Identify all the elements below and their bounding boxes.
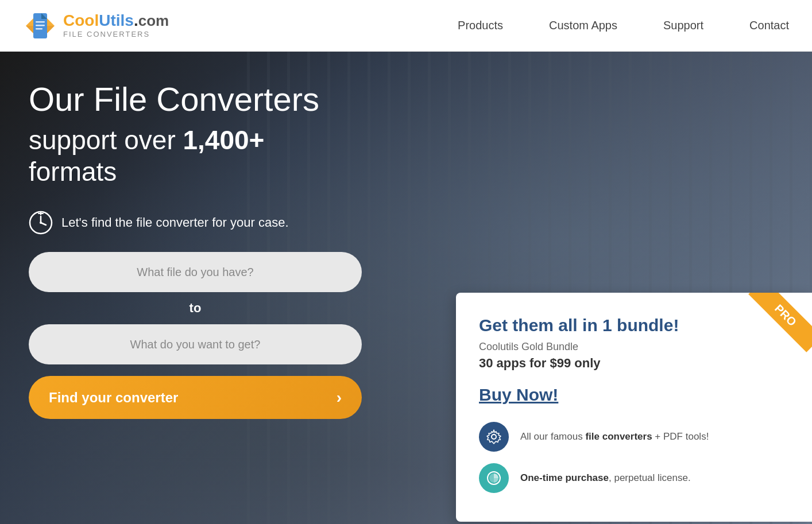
logo-area[interactable]: CoolUtils.com file converters <box>23 9 169 43</box>
logo-subtitle: file converters <box>63 30 169 38</box>
feature-1-post: + PDF tools! <box>652 431 709 442</box>
to-label: to <box>190 292 202 324</box>
hero-content: Our File Converters support over 1,400+ … <box>0 52 436 419</box>
search-area: to Find your converter › <box>29 252 362 419</box>
svg-rect-6 <box>36 21 45 23</box>
tagline-text: Let's find the file converter for your c… <box>61 215 289 230</box>
find-btn-label: Find your converter <box>49 390 178 406</box>
hero-title: Our File Converters <box>29 80 408 119</box>
header: CoolUtils.com file converters Products C… <box>0 0 812 52</box>
svg-marker-1 <box>26 26 34 34</box>
find-btn-arrow-icon: › <box>337 389 342 407</box>
buy-now-link[interactable]: Buy Now! <box>479 385 789 405</box>
nav-products[interactable]: Products <box>458 19 503 32</box>
feature-2-post: , perpetual license. <box>609 472 691 483</box>
svg-rect-8 <box>36 28 42 30</box>
main-nav: Products Custom Apps Support Contact <box>458 19 789 32</box>
hero-subtitle: support over 1,400+ formats <box>29 125 408 188</box>
file-input[interactable] <box>29 252 362 292</box>
feature-2-text: One-time purchase, perpetual license. <box>520 472 691 484</box>
logo-icon <box>23 9 57 43</box>
hero-count: 1,400+ <box>183 125 264 155</box>
svg-marker-3 <box>46 26 55 34</box>
nav-support[interactable]: Support <box>663 19 703 32</box>
logo-name: CoolUtils.com <box>63 13 169 29</box>
pro-badge <box>743 293 812 362</box>
bundle-title: Get them all in 1 bundle! <box>479 316 789 335</box>
bundle-feature-1: All our famous file converters + PDF too… <box>479 422 789 452</box>
hero-section: Our File Converters support over 1,400+ … <box>0 52 812 524</box>
svg-point-12 <box>40 222 42 224</box>
chart-icon-circle <box>479 463 509 493</box>
feature-2-bold: One-time purchase <box>520 472 609 483</box>
svg-point-15 <box>492 434 496 439</box>
svg-rect-7 <box>36 25 45 26</box>
logo-text: CoolUtils.com file converters <box>63 13 169 38</box>
feature-1-bold: file converters <box>585 431 652 442</box>
output-input[interactable] <box>29 324 362 364</box>
feature-1-text: All our famous file converters + PDF too… <box>520 431 709 443</box>
hero-subtitle-pre: support over <box>29 125 183 155</box>
clock-icon <box>29 211 53 235</box>
hero-subtitle-post: formats <box>29 157 117 187</box>
bundle-subtitle: Coolutils Gold Bundle <box>479 341 789 353</box>
bundle-feature-2: One-time purchase, perpetual license. <box>479 463 789 493</box>
feature-1-pre: All our famous <box>520 431 585 442</box>
svg-marker-0 <box>26 17 34 26</box>
find-converter-button[interactable]: Find your converter › <box>29 376 362 419</box>
svg-marker-2 <box>46 17 55 26</box>
gear-icon-circle <box>479 422 509 452</box>
bundle-price: 30 apps for $99 only <box>479 356 789 371</box>
nav-contact[interactable]: Contact <box>749 19 789 32</box>
nav-custom-apps[interactable]: Custom Apps <box>549 19 617 32</box>
bundle-card: Get them all in 1 bundle! Coolutils Gold… <box>456 293 812 522</box>
hero-tagline: Let's find the file converter for your c… <box>29 211 408 235</box>
